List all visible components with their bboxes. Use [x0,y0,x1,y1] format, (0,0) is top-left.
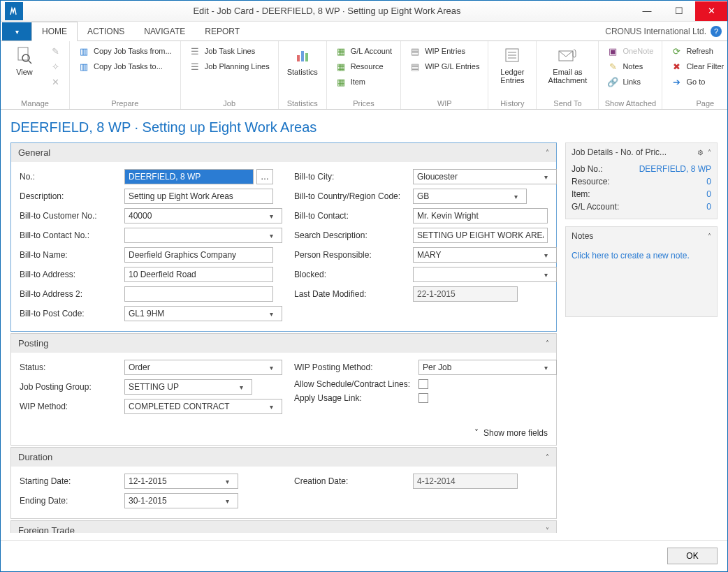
onenote: ▣OneNote [604,44,656,58]
fasttab-duration: Duration ˄ Starting Date: Ending Date: C… [10,447,557,519]
bill-to-address-field[interactable] [124,267,273,282]
chart-icon [291,44,314,66]
job-no-link[interactable]: DEERFIELD, 8 WP [639,164,711,174]
application-menu[interactable]: ▾ [2,22,31,41]
edit-icon: ✎ [47,44,64,58]
group-show-attached: Show Attached [604,98,656,108]
chevron-up-icon[interactable]: ˄ [708,233,711,240]
ledger-icon [501,44,523,66]
title-bar: Edit - Job Card - DEERFIELD, 8 WP · Sett… [1,1,727,22]
chevron-up-icon: ˄ [546,339,549,347]
show-more-fields[interactable]: ˅ Show more fields [11,424,556,445]
svg-rect-0 [18,47,28,60]
group-sendto: Send To [542,98,592,108]
group-page: Page [668,98,728,108]
gl-account-count-link[interactable]: 0 [706,202,711,212]
tab-actions[interactable]: ACTIONS [78,22,134,41]
bill-to-name-field[interactable] [124,247,273,263]
fasttab-foreign-trade-header[interactable]: Foreign Trade ˅ [11,521,556,533]
item-count-link[interactable]: 0 [706,189,711,199]
bill-to-address2-field[interactable] [124,286,273,302]
no-assist-button[interactable]: … [256,169,273,184]
window-title: Edit - Job Card - DEERFIELD, 8 WP · Sett… [23,6,631,16]
blocked-field[interactable] [413,267,557,282]
links-ribbon[interactable]: 🔗Links [604,75,656,89]
job-details-header: Job Details - No. of Pric... [572,147,667,157]
help-icon[interactable]: ? [711,26,722,37]
apply-usage-link-checkbox[interactable] [418,393,428,403]
tab-home[interactable]: HOME [31,22,78,41]
chevron-up-icon[interactable]: ˄ [708,149,711,156]
starting-date-field[interactable] [124,474,238,489]
no-field[interactable] [124,169,254,184]
refresh[interactable]: ⟳Refresh [668,44,727,58]
ok-button[interactable]: OK [667,548,718,564]
job-task-lines[interactable]: ☰Job Task Lines [187,44,272,58]
app-icon [5,2,23,20]
svg-rect-4 [301,51,304,61]
wip-entries[interactable]: ▤WIP Entries [407,44,482,58]
notes-header: Notes [572,231,593,241]
bill-to-contact-field[interactable] [413,208,548,223]
person-responsible-field[interactable] [413,247,557,263]
group-job: Job [187,98,272,108]
goto[interactable]: ➔Go to [668,75,727,89]
notes-ribbon[interactable]: ✎Notes [604,59,656,73]
ledger-entries[interactable]: Ledger Entries [494,44,530,85]
delete-icon: ✕ [47,75,64,89]
job-planning-lines[interactable]: ☰Job Planning Lines [187,59,272,73]
allow-schedule-checkbox[interactable] [418,379,428,389]
envelope-clip-icon [556,44,578,66]
bill-to-customer-no-field[interactable] [124,208,282,223]
svg-rect-3 [297,55,300,61]
gl-account[interactable]: ▦G/L Account [333,44,395,58]
tab-report[interactable]: REPORT [195,22,249,41]
copy-job-tasks-to[interactable]: ▥Copy Job Tasks to... [75,59,175,73]
description-field[interactable] [124,189,273,204]
item-price[interactable]: ▦Item [333,75,395,89]
notes-factbox: Notes ˄ Click here to create a new note. [565,226,718,317]
fasttab-posting-header[interactable]: Posting ˄ [11,334,556,353]
maximize-button[interactable]: ☐ [663,1,695,21]
fasttab-posting: Posting ˄ Status: Job Posting Group: WIP… [10,333,557,446]
resource-price[interactable]: ▦Resource [333,59,395,73]
fasttab-general-header[interactable]: General ˄ [11,143,556,162]
bill-to-contact-no-field[interactable] [124,228,282,243]
bill-to-country-field[interactable] [413,189,527,204]
svg-rect-5 [305,53,308,61]
ending-date-field[interactable] [124,493,238,508]
bill-to-post-code-field[interactable] [124,306,282,321]
fasttab-foreign-trade: Foreign Trade ˅ [10,520,557,533]
status-field[interactable] [124,360,282,375]
fasttab-general: General ˄ No.: … Description: Bill-to Cu… [10,142,557,332]
bill-to-city-field[interactable] [413,169,557,184]
magnifier-icon [13,44,36,66]
page-title: DEERFIELD, 8 WP · Setting up Eight Work … [10,119,718,135]
wip-method-field[interactable] [124,399,282,414]
create-note-link[interactable]: Click here to create a new note. [572,251,690,261]
chevron-up-icon: ˄ [546,453,549,461]
creation-date-field [413,474,518,489]
group-manage: Manage [6,98,64,108]
search-description-field[interactable] [413,228,548,243]
group-wip: WIP [407,98,482,108]
chevron-up-icon: ˄ [546,149,549,156]
view-button[interactable]: View [6,44,43,76]
statistics-button[interactable]: Statistics [284,44,321,76]
job-posting-group-field[interactable] [124,379,252,395]
wip-posting-method-field[interactable] [418,360,557,375]
clear-filter[interactable]: ✖Clear Filter [668,59,727,73]
resource-count-link[interactable]: 0 [706,177,711,186]
close-button[interactable]: ✕ [695,1,727,21]
group-history: History [494,98,530,108]
gear-icon[interactable]: ⚙ [697,149,704,156]
wip-gl-entries[interactable]: ▤WIP G/L Entries [407,59,482,73]
tab-navigate[interactable]: NAVIGATE [134,22,195,41]
group-statistics: Statistics [284,98,321,108]
group-prices: Prices [333,98,395,108]
minimize-button[interactable]: — [631,1,663,21]
email-attachment[interactable]: Email as Attachment [542,44,592,85]
fasttab-duration-header[interactable]: Duration ˄ [11,448,556,467]
ribbon: View ✎ ✧ ✕ Manage ▥Copy Job Tasks from..… [1,41,727,110]
copy-job-tasks-from[interactable]: ▥Copy Job Tasks from... [75,44,175,58]
